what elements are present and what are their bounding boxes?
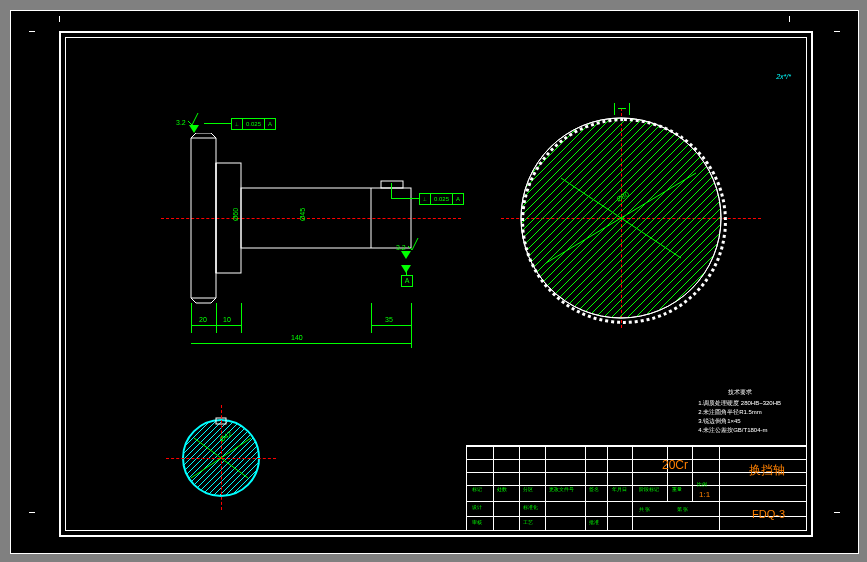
th2: 处数 [497, 486, 507, 492]
title-block: 20Cr 换挡轴 FDQ-3 1:1 标记 处数 分区 更改文件号 签名 年月日… [466, 445, 807, 531]
surf-finish-2: 3.2 [396, 238, 420, 251]
ext2 [216, 303, 217, 333]
ext5 [411, 303, 412, 348]
tick [59, 16, 60, 22]
tolerance-frame-1: ⟂ 0.025 A [231, 118, 276, 130]
th8: 审核 [472, 519, 482, 525]
leader-2 [391, 198, 419, 199]
th3: 分区 [523, 486, 533, 492]
th9: 工艺 [523, 519, 533, 525]
req-2: 2.未注圆角半径R1.5mm [698, 408, 781, 417]
leader-1 [204, 123, 231, 124]
drawing-frame: 2x*/* 3.2 [59, 31, 813, 537]
th13: 阶段标记 [639, 486, 659, 492]
th14: 重量 [672, 486, 682, 492]
th7: 设计 [472, 504, 482, 510]
ext4 [371, 303, 372, 333]
dim-overall-val: 140 [291, 334, 303, 341]
svg-rect-6 [381, 181, 403, 188]
req-title: 技术要求 [698, 388, 781, 397]
material-label: 20Cr [662, 458, 688, 472]
dia-dim-1: Ø60 [232, 208, 239, 221]
ext1 [191, 303, 192, 333]
front-view-shaft [181, 133, 461, 313]
part-name: 换挡轴 [749, 462, 785, 479]
svg-rect-4 [241, 188, 411, 248]
aux-cl-v [221, 405, 222, 510]
tolerance-frame-2: ⟂ 0.025 A [419, 193, 464, 205]
dim-20 [191, 325, 241, 326]
th17: 第 张 [677, 506, 688, 512]
cad-viewport: 2x*/* 3.2 [10, 10, 859, 554]
th10: 批准 [589, 519, 599, 525]
dim-35 [371, 325, 411, 326]
scale-note: 2x*/* [776, 73, 791, 80]
surf-tri-2 [401, 251, 411, 259]
dim-d1: 20 [199, 316, 207, 323]
tick [834, 31, 840, 32]
th6: 年月日 [612, 486, 627, 492]
dim-d2: 10 [223, 316, 231, 323]
tick [29, 31, 35, 32]
scale-val: 1:1 [699, 490, 710, 499]
dim-d3: 35 [385, 316, 393, 323]
surf-tri-1 [189, 125, 199, 133]
th15: 比例 [697, 481, 707, 487]
dia-dim-2: Ø45 [299, 208, 306, 221]
datum-a-box: A [401, 275, 413, 287]
tick [789, 16, 790, 22]
th11: 标准化 [523, 504, 538, 510]
th1: 标记 [472, 486, 482, 492]
requirements-block: 技术要求 1.调质处理硬度 280HB~320HB 2.未注圆角半径R1.5mm… [698, 388, 781, 435]
th4: 更改文件号 [549, 486, 574, 492]
leader-2v [391, 183, 392, 199]
req-3: 3.锐边倒角1×45 [698, 417, 781, 426]
tick [29, 512, 35, 513]
svg-line-10 [561, 178, 681, 258]
req-4: 4.未注公差按GB/T1804-m [698, 426, 781, 435]
tick [834, 512, 840, 513]
th5: 签名 [589, 486, 599, 492]
dim-overall [191, 343, 411, 344]
gear-dia-leaders [506, 103, 736, 333]
datum-stem [406, 265, 407, 275]
ext3 [241, 303, 242, 333]
th16: 共 张 [639, 506, 650, 512]
drawing-no: FDQ-3 [752, 508, 785, 520]
req-1: 1.调质处理硬度 280HB~320HB [698, 399, 781, 408]
